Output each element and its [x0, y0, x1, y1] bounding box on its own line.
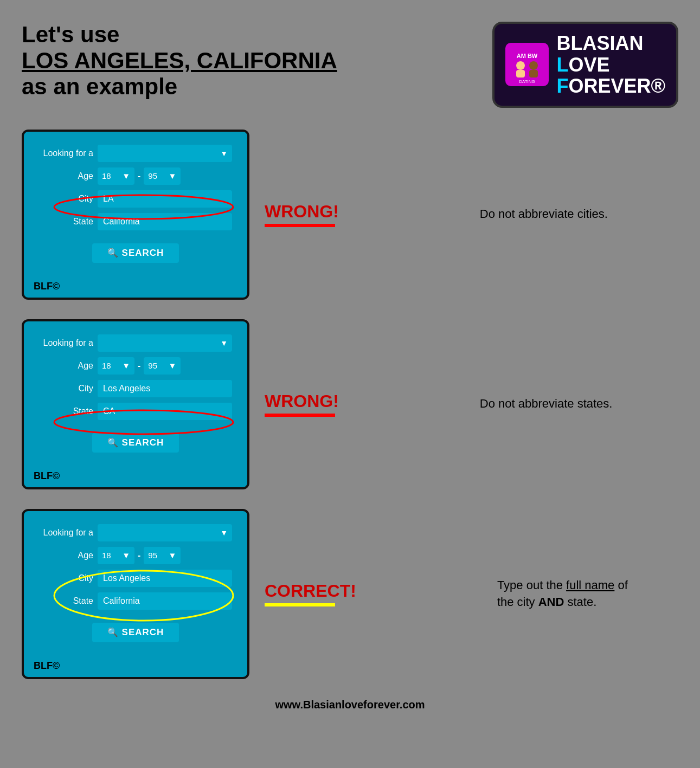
age-dash-3: - [138, 551, 140, 560]
age-label-2: Age [39, 361, 93, 371]
example-row-1: Looking for a ▼ Age 18 ▼ - 95 ▼ [22, 130, 678, 300]
city-input-1[interactable]: LA [98, 190, 232, 208]
wrong-underline-1 [265, 224, 335, 227]
header-line2: LOS ANGELES, CALIFORNIA [22, 48, 337, 74]
state-input-1[interactable]: California [98, 213, 232, 230]
age-min-dropdown-2[interactable]: 18 ▼ [98, 357, 134, 375]
age-min-value-2: 18 [102, 361, 111, 370]
city-value-3: Los Angeles [103, 573, 150, 583]
form-row-city-2: City Los Angeles [39, 380, 232, 397]
header-section: Let's use LOS ANGELES, CALIFORNIA as an … [22, 22, 678, 108]
state-label-3: State [39, 596, 93, 606]
wrong-label-1: WRONG! [265, 202, 339, 222]
age-max-dropdown-1[interactable]: 95 ▼ [144, 167, 181, 185]
looking-dropdown-3[interactable]: ▼ [98, 524, 232, 541]
state-input-3[interactable]: California [98, 592, 232, 610]
form-row-state-2: State CA [39, 403, 232, 420]
logo-orever: OREVER® [568, 75, 665, 97]
search-button-1[interactable]: 🔍 SEARCH [92, 243, 179, 263]
age-min-value-1: 18 [102, 171, 111, 180]
blf-label-2: BLF© [34, 470, 60, 482]
age-dash-1: - [138, 171, 140, 181]
dropdown-arrow-2: ▼ [220, 339, 228, 347]
search-card-2: Looking for a ▼ Age 18 ▼ - 95 ▼ [22, 319, 249, 489]
svg-text:AM BW: AM BW [517, 53, 538, 59]
logo-ove: OVE [568, 54, 609, 76]
city-input-2[interactable]: Los Angeles [98, 380, 232, 397]
looking-label-3: Looking for a [39, 528, 93, 538]
row-note-2: Do not abbreviate states. [480, 396, 613, 412]
header-line3: as an example [22, 74, 337, 100]
svg-rect-5 [529, 70, 538, 78]
dropdown-arrow-3: ▼ [220, 528, 228, 537]
city-value-1: LA [103, 194, 114, 204]
wrong-annotation-1: WRONG! [265, 202, 339, 227]
form-row-looking-2: Looking for a ▼ [39, 334, 232, 352]
looking-dropdown-1[interactable]: ▼ [98, 145, 232, 162]
looking-label-2: Looking for a [39, 338, 93, 348]
logo-lasian: LASIAN [570, 32, 643, 54]
age-max-dropdown-2[interactable]: 95 ▼ [144, 357, 181, 375]
city-label-3: City [39, 573, 93, 583]
row-note-3: Type out the full name of the city AND s… [497, 577, 628, 611]
state-label-2: State [39, 406, 93, 416]
example-row-3: Looking for a ▼ Age 18 ▼ - 95 ▼ [22, 509, 678, 679]
search-label-3: SEARCH [122, 627, 164, 638]
header-line1: Let's use [22, 22, 337, 48]
form-row-looking-3: Looking for a ▼ [39, 524, 232, 541]
city-input-3[interactable]: Los Angeles [98, 570, 232, 587]
logo-l: L [556, 54, 568, 76]
dropdown-arrow-1: ▼ [220, 149, 228, 158]
looking-label-1: Looking for a [39, 149, 93, 158]
age-row-1: 18 ▼ - 95 ▼ [98, 167, 181, 185]
blf-label-3: BLF© [34, 660, 60, 672]
age-max-arrow-2: ▼ [168, 361, 176, 370]
age-label-3: Age [39, 551, 93, 560]
correct-label-3: CORRECT! [265, 581, 356, 601]
form-row-city-3: City Los Angeles [39, 570, 232, 587]
logo-text: BLASIAN LOVE FOREVER® [556, 33, 665, 97]
state-value-1: California [103, 217, 140, 227]
search-icon-2: 🔍 [107, 437, 119, 448]
search-label-2: SEARCH [122, 437, 164, 448]
city-label-1: City [39, 194, 93, 204]
search-icon-3: 🔍 [107, 627, 119, 637]
age-max-value-2: 95 [148, 361, 157, 370]
svg-rect-4 [516, 70, 525, 78]
footer: www.Blasianloveforever.com [22, 699, 678, 711]
state-value-2: CA [103, 406, 115, 416]
card-wrapper-1: Looking for a ▼ Age 18 ▼ - 95 ▼ [22, 130, 249, 300]
age-min-dropdown-3[interactable]: 18 ▼ [98, 547, 134, 564]
age-min-value-3: 18 [102, 551, 111, 560]
form-row-age-1: Age 18 ▼ - 95 ▼ [39, 167, 232, 185]
age-min-arrow-1: ▼ [122, 171, 130, 180]
city-label-2: City [39, 384, 93, 393]
state-input-2[interactable]: CA [98, 403, 232, 420]
search-button-2[interactable]: 🔍 SEARCH [92, 433, 179, 453]
looking-dropdown-2[interactable]: ▼ [98, 334, 232, 352]
card-wrapper-3: Looking for a ▼ Age 18 ▼ - 95 ▼ [22, 509, 249, 679]
age-max-dropdown-3[interactable]: 95 ▼ [144, 547, 181, 564]
wrong-annotation-2: WRONG! [265, 391, 339, 417]
form-row-state-3: State California [39, 592, 232, 610]
correct-underline-3 [265, 603, 335, 606]
svg-point-2 [516, 61, 525, 70]
age-label-1: Age [39, 171, 93, 181]
search-card-1: Looking for a ▼ Age 18 ▼ - 95 ▼ [22, 130, 249, 300]
correct-annotation-3: CORRECT! [265, 581, 356, 606]
city-value-2: Los Angeles [103, 384, 150, 393]
form-row-age-3: Age 18 ▼ - 95 ▼ [39, 547, 232, 564]
age-max-value-1: 95 [148, 171, 157, 180]
search-label-1: SEARCH [122, 248, 164, 259]
age-max-arrow-1: ▼ [168, 171, 176, 180]
form-row-city-1: City LA [39, 190, 232, 208]
logo-b: B [556, 32, 570, 54]
search-button-3[interactable]: 🔍 SEARCH [92, 623, 179, 642]
wrong-label-2: WRONG! [265, 391, 339, 411]
age-min-dropdown-1[interactable]: 18 ▼ [98, 167, 134, 185]
logo-f: F [556, 75, 568, 97]
wrong-underline-2 [265, 414, 335, 417]
form-row-age-2: Age 18 ▼ - 95 ▼ [39, 357, 232, 375]
search-icon-1: 🔍 [107, 248, 119, 258]
svg-text:DATING: DATING [519, 79, 536, 84]
